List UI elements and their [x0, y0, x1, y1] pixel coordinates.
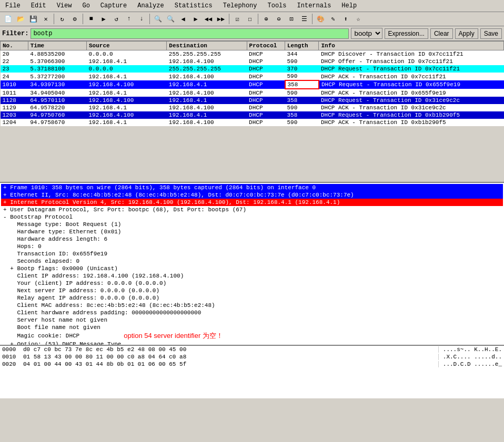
menu-file[interactable]: File [2, 1, 24, 11]
table-cell: DHCP ACK - Transaction ID 0xb1b290f5 [319, 119, 504, 126]
new-btn[interactable]: 📄 [2, 13, 14, 25]
sep3 [149, 14, 150, 24]
zoom4-btn[interactable]: ☰ [298, 13, 310, 25]
colorize-btn[interactable]: 🎨 [315, 13, 326, 25]
table-cell: 0.0.0.0 [87, 50, 167, 58]
table-cell: DHCP Request - Transaction ID 0x31ce9c2c [319, 97, 504, 104]
filter-fwd-btn[interactable]: ▶▶ [215, 13, 227, 25]
table-row[interactable]: 101034.9397130192.168.4.100192.168.4.1DH… [1, 80, 504, 89]
hex-bytes: 04 01 00 44 00 43 01 44 8b 0b 01 01 06 0… [23, 361, 438, 367]
menu-analyze[interactable]: Analyze [134, 1, 167, 11]
table-row[interactable]: 204.885352000.0.0.0255.255.255.255DHCP34… [1, 50, 504, 58]
table-cell: 370 [285, 65, 319, 73]
mark-btn[interactable]: ☑ [231, 13, 243, 25]
table-row[interactable]: 245.37277200192.168.4.1192.168.4.100DHCP… [1, 73, 504, 80]
frame-detail-line[interactable]: Frame 1010: 358 bytes on wire (2864 bits… [1, 184, 503, 191]
ethernet-detail-line[interactable]: Ethernet II, Src: 8c:ec:4b:b5:e2:48 (8c:… [1, 191, 503, 199]
forward-btn[interactable]: ▶ [190, 13, 201, 25]
unmark-btn[interactable]: ☐ [244, 13, 256, 25]
menu-tools[interactable]: Tools [265, 1, 290, 11]
clear-button[interactable]: Clear [430, 28, 453, 39]
table-cell: 192.168.4.1 [87, 58, 167, 65]
menu-capture[interactable]: Capture [97, 1, 130, 11]
hex-rows: 0000d0 c7 c0 bc 73 7e 8c ec 4b b5 e2 48 … [0, 346, 504, 368]
ip-detail-line[interactable]: Internet Protocol Version 4, Src: 192.16… [1, 199, 503, 206]
hex-row: 001001 58 13 43 00 00 80 11 00 00 c0 a8 … [0, 353, 504, 361]
table-cell: DHCP [247, 80, 285, 89]
table-cell: 22 [1, 58, 28, 65]
menu-view[interactable]: View [54, 1, 75, 11]
table-cell: 192.168.4.100 [167, 58, 247, 65]
table-row[interactable]: 225.37066300192.168.4.1192.168.4.100DHCP… [1, 58, 504, 65]
table-cell: 192.168.4.1 [87, 104, 167, 111]
zoom-out-btn[interactable]: 🔍 [165, 13, 176, 25]
sep5 [258, 14, 258, 24]
menu-edit[interactable]: Edit [28, 1, 49, 11]
table-row[interactable]: 120394.9750760192.168.4.100192.168.4.1DH… [1, 111, 504, 119]
hex-bytes: 01 58 13 43 00 00 80 11 00 00 c0 a8 04 6… [23, 354, 438, 360]
table-cell: 1011 [1, 89, 28, 97]
udp-detail-line[interactable]: User Datagram Protocol, Src Port: bootpc… [1, 206, 503, 213]
table-row[interactable]: 112864.9570110192.168.4.100192.168.4.1DH… [1, 97, 504, 104]
zoom1-btn[interactable]: ⊕ [260, 13, 272, 25]
table-cell: 344 [285, 50, 319, 58]
back-btn[interactable]: ◀ [177, 13, 189, 25]
table-cell: 5.37188100 [28, 65, 86, 73]
annotate-btn[interactable]: ✎ [327, 13, 339, 25]
capture-options-btn[interactable]: ⚙ [69, 13, 80, 25]
zoom3-btn[interactable]: ⊡ [286, 13, 297, 25]
menu-internals[interactable]: Internals [294, 1, 335, 11]
menu-telephony[interactable]: Telephony [220, 1, 260, 11]
save-button[interactable]: Save [480, 28, 502, 39]
start-btn[interactable]: ▶ [98, 13, 109, 25]
close-btn[interactable]: ✕ [40, 13, 52, 25]
reload-btn[interactable]: ↻ [56, 13, 68, 25]
table-cell: 255.255.255.255 [167, 65, 247, 73]
scroll-down-btn[interactable]: ↓ [136, 13, 147, 25]
hex-ascii: .X.C.... .....d.. [438, 354, 502, 360]
menu-bar: File Edit View Go Capture Analyze Statis… [0, 0, 504, 12]
menu-help[interactable]: Help [338, 1, 360, 11]
packet-table: No. Time Source Destination Protocol Len… [0, 41, 504, 126]
table-cell: DHCP [247, 73, 285, 80]
settings-btn[interactable]: ☆ [352, 13, 364, 25]
apply-button[interactable]: Apply [455, 28, 478, 39]
detail-line: Boot file name not given [1, 324, 503, 331]
table-cell: 1203 [1, 111, 28, 119]
detail-line: Hops: 0 [1, 243, 503, 250]
menu-statistics[interactable]: Statistics [172, 1, 216, 11]
table-row[interactable]: 235.371881000.0.0.0255.255.255.255DHCP37… [1, 65, 504, 73]
table-cell: 0.0.0.0 [87, 65, 167, 73]
detail-line: Client IP address: 192.168.4.100 (192.16… [1, 272, 503, 280]
table-row[interactable]: 112964.9578220192.168.4.1192.168.4.100DH… [1, 104, 504, 111]
detail-line: Relay agent IP address: 0.0.0.0 (0.0.0.0… [1, 294, 503, 302]
col-header-length: Length [285, 42, 319, 50]
filter-back-btn[interactable]: ◀◀ [203, 13, 214, 25]
table-row[interactable]: 101134.9405040192.168.4.1192.168.4.100DH… [1, 89, 504, 97]
detail-line[interactable]: + Option: (53) DHCP Message Type [1, 341, 503, 346]
table-row[interactable]: 120494.9758670192.168.4.1192.168.4.100DH… [1, 119, 504, 126]
export-btn[interactable]: ⬆ [340, 13, 351, 25]
table-cell: 34.9405040 [28, 89, 86, 97]
table-cell: 192.168.4.100 [167, 89, 247, 97]
zoom-in-btn[interactable]: 🔍 [152, 13, 164, 25]
scroll-up-btn[interactable]: ↑ [123, 13, 135, 25]
table-cell: 5.37066300 [28, 58, 86, 65]
bootstrap-detail-line[interactable]: Bootstrap Protocol [1, 213, 503, 221]
open-btn[interactable]: 📂 [15, 13, 26, 25]
sep6 [312, 14, 313, 24]
detail-line[interactable]: + Bootp flags: 0x0000 (Unicast) [1, 265, 503, 272]
filter-input[interactable] [31, 28, 348, 39]
table-cell: DHCP Request - Transaction ID 0x7cc11f21 [319, 65, 504, 73]
table-cell: 192.168.4.1 [167, 111, 247, 119]
table-cell: 192.168.4.1 [87, 73, 167, 80]
filter-dropdown[interactable]: bootp [351, 28, 382, 39]
restart-btn[interactable]: ↺ [110, 13, 122, 25]
save-btn[interactable]: 💾 [27, 13, 39, 25]
stop-btn[interactable]: ■ [85, 13, 97, 25]
detail-lines-container: Message type: Boot Request (1) Hardware … [1, 221, 503, 346]
zoom2-btn[interactable]: ⊖ [273, 13, 285, 25]
expression-button[interactable]: Expression... [385, 28, 428, 39]
table-cell: DHCP Request - Transaction ID 0x655f9e19 [319, 80, 504, 89]
menu-go[interactable]: Go [79, 1, 93, 11]
